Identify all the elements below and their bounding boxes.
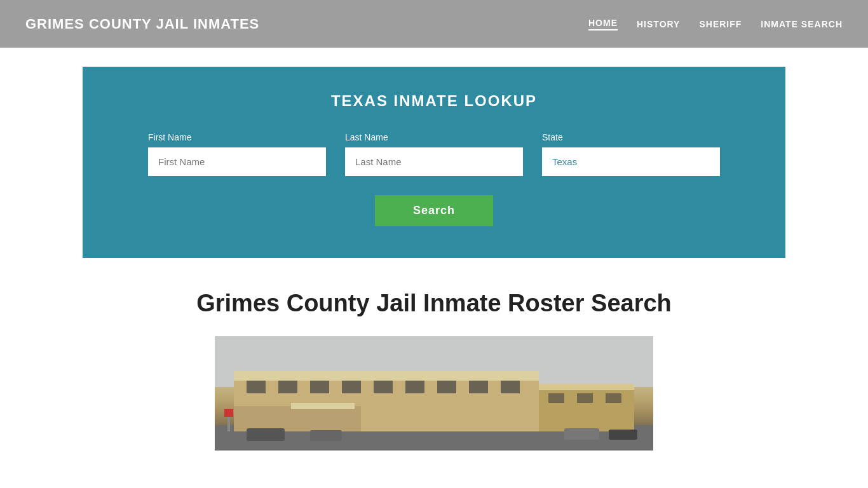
content-section: Grimes County Jail Inmate Roster Search — [0, 258, 868, 463]
search-button[interactable]: Search — [375, 195, 493, 226]
last-name-input[interactable] — [345, 147, 523, 176]
svg-rect-23 — [609, 430, 637, 440]
svg-rect-10 — [437, 381, 456, 393]
site-header: GRIMES COUNTY JAIL INMATES HOME HISTORY … — [0, 0, 868, 48]
svg-rect-22 — [564, 428, 599, 440]
nav-sheriff[interactable]: SHERIFF — [699, 19, 742, 29]
last-name-label: Last Name — [345, 132, 523, 142]
nav-history[interactable]: HISTORY — [637, 19, 680, 29]
svg-rect-16 — [539, 384, 634, 390]
svg-rect-19 — [606, 393, 621, 403]
svg-rect-12 — [501, 381, 520, 393]
first-name-input[interactable] — [148, 147, 326, 176]
search-section-title: TEXAS INMATE LOOKUP — [121, 92, 747, 110]
sub-header-bar — [0, 48, 868, 67]
nav-home[interactable]: HOME — [588, 18, 618, 30]
svg-rect-11 — [469, 381, 488, 393]
site-title: GRIMES COUNTY JAIL INMATES — [25, 16, 259, 32]
building-image — [215, 336, 653, 451]
svg-rect-4 — [247, 381, 266, 393]
svg-rect-17 — [548, 393, 564, 403]
svg-rect-20 — [247, 428, 285, 441]
nav-inmate-search[interactable]: INMATE SEARCH — [761, 19, 843, 29]
state-label: State — [542, 132, 720, 142]
svg-rect-14 — [291, 403, 355, 409]
search-fields-container: First Name Last Name State — [121, 132, 747, 176]
state-group: State — [542, 132, 720, 176]
search-button-row: Search — [121, 195, 747, 226]
svg-rect-21 — [310, 430, 342, 441]
state-input[interactable] — [542, 147, 720, 176]
svg-rect-5 — [278, 381, 297, 393]
svg-rect-7 — [342, 381, 361, 393]
svg-rect-6 — [310, 381, 329, 393]
last-name-group: Last Name — [345, 132, 523, 176]
svg-rect-8 — [374, 381, 393, 393]
first-name-label: First Name — [148, 132, 326, 142]
svg-rect-13 — [234, 406, 361, 431]
svg-rect-9 — [405, 381, 424, 393]
svg-rect-25 — [224, 409, 233, 417]
svg-rect-3 — [234, 371, 539, 381]
search-section: TEXAS INMATE LOOKUP First Name Last Name… — [83, 67, 785, 258]
first-name-group: First Name — [148, 132, 326, 176]
main-nav: HOME HISTORY SHERIFF INMATE SEARCH — [588, 18, 843, 30]
page-heading: Grimes County Jail Inmate Roster Search — [25, 290, 843, 317]
svg-rect-18 — [577, 393, 593, 403]
